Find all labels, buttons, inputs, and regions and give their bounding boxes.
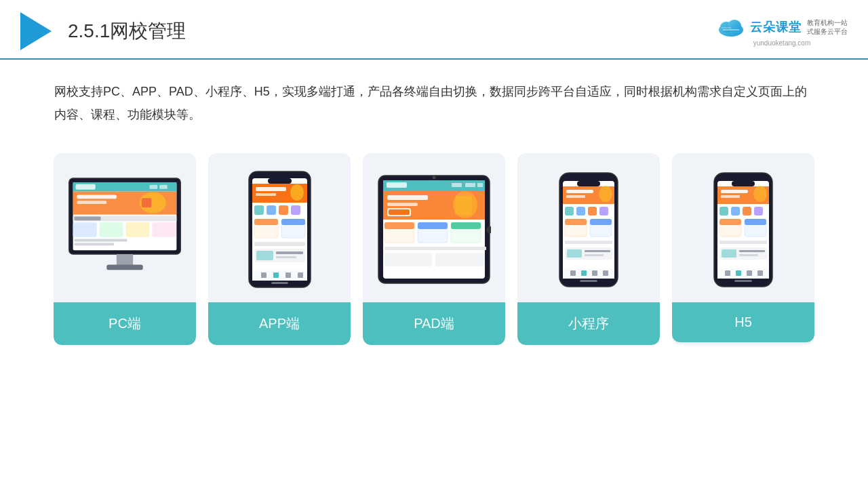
svg-rect-63 xyxy=(387,203,418,206)
svg-rect-117 xyxy=(719,219,741,225)
svg-rect-23 xyxy=(75,243,114,246)
svg-rect-111 xyxy=(719,207,728,216)
svg-rect-65 xyxy=(389,209,410,215)
miniprogram-img-area xyxy=(517,153,660,302)
logo-area: 云朵课堂 教育机构一站 式服务云平台 yunduoketang.com xyxy=(716,16,848,47)
svg-rect-113 xyxy=(743,207,751,216)
svg-rect-31 xyxy=(256,187,286,191)
pad-device-svg xyxy=(377,170,491,289)
device-card-pc: PC端 xyxy=(54,153,196,345)
svg-rect-18 xyxy=(73,223,97,237)
svg-rect-41 xyxy=(281,219,305,225)
svg-rect-74 xyxy=(384,247,486,250)
svg-point-55 xyxy=(433,176,436,180)
svg-rect-71 xyxy=(384,222,414,229)
svg-rect-67 xyxy=(455,196,472,215)
svg-rect-25 xyxy=(106,265,143,270)
svg-rect-10 xyxy=(159,185,167,189)
svg-rect-97 xyxy=(585,254,604,256)
miniprogram-label: 小程序 xyxy=(517,302,660,345)
svg-rect-106 xyxy=(732,181,755,186)
title-main: 网校管理 xyxy=(110,20,186,41)
svg-rect-75 xyxy=(384,253,432,266)
pc-img-area xyxy=(54,153,196,302)
svg-rect-8 xyxy=(76,184,96,190)
svg-point-110 xyxy=(753,186,767,202)
svg-rect-93 xyxy=(565,241,612,244)
svg-rect-12 xyxy=(77,195,116,199)
svg-rect-51 xyxy=(298,272,303,278)
svg-rect-109 xyxy=(721,195,740,198)
logo-url: yunduoketang.com xyxy=(753,39,811,47)
svg-rect-121 xyxy=(722,249,736,258)
cloud-icon xyxy=(716,16,746,38)
svg-rect-83 xyxy=(566,195,585,198)
logo-sub1: 教育机构一站 xyxy=(807,18,848,27)
svg-rect-49 xyxy=(273,272,279,278)
svg-rect-118 xyxy=(745,219,766,225)
svg-rect-34 xyxy=(254,205,264,215)
pad-label: PAD端 xyxy=(363,302,505,345)
svg-rect-101 xyxy=(592,270,597,276)
svg-rect-15 xyxy=(142,199,152,208)
svg-rect-80 xyxy=(577,181,600,186)
svg-rect-100 xyxy=(581,270,587,276)
cards-section: PC端 xyxy=(0,133,868,359)
svg-rect-88 xyxy=(599,207,608,216)
svg-rect-24 xyxy=(117,254,133,266)
pc-device-svg xyxy=(64,174,186,285)
svg-rect-9 xyxy=(149,185,157,189)
app-img-area xyxy=(208,153,351,302)
svg-rect-52 xyxy=(271,282,288,284)
svg-rect-28 xyxy=(268,178,292,184)
svg-rect-37 xyxy=(291,205,300,215)
svg-rect-36 xyxy=(279,205,288,215)
svg-rect-76 xyxy=(435,253,485,266)
svg-rect-108 xyxy=(721,190,748,193)
svg-rect-127 xyxy=(747,270,752,276)
svg-rect-19 xyxy=(100,223,123,237)
svg-rect-122 xyxy=(739,250,765,252)
svg-rect-44 xyxy=(256,251,273,260)
app-device-svg xyxy=(248,170,312,289)
description-section: 网校支持PC、APP、PAD、小程序、H5，实现多端打通，产品各终端自由切换，数… xyxy=(0,60,868,133)
h5-device-svg xyxy=(713,171,774,288)
svg-rect-86 xyxy=(576,207,585,216)
description-text: 网校支持PC、APP、PAD、小程序、H5，实现多端打通，产品各终端自由切换，数… xyxy=(54,80,814,126)
svg-rect-58 xyxy=(452,183,462,187)
pc-label: PC端 xyxy=(54,302,196,345)
svg-rect-73 xyxy=(451,222,481,229)
logo-cloud: 云朵课堂 教育机构一站 式服务云平台 xyxy=(716,16,848,38)
play-icon xyxy=(20,12,52,50)
svg-rect-45 xyxy=(276,251,303,254)
svg-rect-57 xyxy=(387,182,407,188)
pad-img-area xyxy=(363,153,505,302)
svg-rect-91 xyxy=(565,219,587,225)
svg-rect-20 xyxy=(125,223,149,237)
svg-rect-17 xyxy=(75,217,101,221)
svg-rect-13 xyxy=(77,201,106,205)
device-card-h5: H5 xyxy=(672,153,814,345)
svg-rect-32 xyxy=(256,193,276,196)
svg-rect-50 xyxy=(285,272,291,278)
svg-rect-102 xyxy=(603,270,608,276)
svg-rect-82 xyxy=(566,190,593,193)
logo-text: 云朵课堂 xyxy=(750,19,802,35)
header-left: 2.5.1网校管理 xyxy=(20,12,186,50)
svg-rect-62 xyxy=(387,195,428,200)
svg-rect-123 xyxy=(739,254,758,256)
svg-point-33 xyxy=(290,184,304,201)
title-prefix: 2.5.1 xyxy=(68,20,110,41)
svg-rect-21 xyxy=(152,223,176,237)
svg-rect-129 xyxy=(734,280,752,282)
svg-rect-35 xyxy=(267,205,276,215)
svg-rect-48 xyxy=(261,272,267,278)
h5-label: H5 xyxy=(672,302,814,342)
svg-rect-119 xyxy=(719,241,767,244)
svg-rect-92 xyxy=(590,219,612,225)
svg-rect-112 xyxy=(731,207,740,216)
svg-rect-95 xyxy=(567,249,582,258)
svg-rect-40 xyxy=(254,219,278,225)
svg-rect-128 xyxy=(757,270,763,276)
logo-sub2: 式服务云平台 xyxy=(807,27,848,36)
